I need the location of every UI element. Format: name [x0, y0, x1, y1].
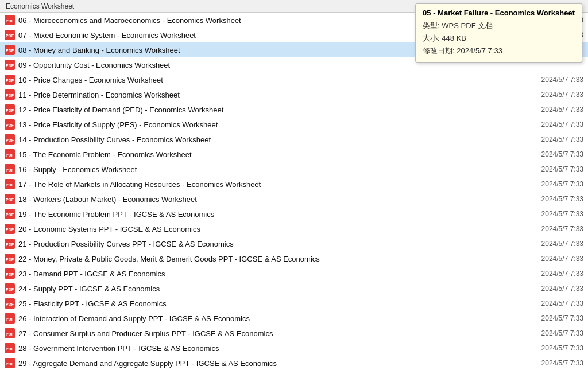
file-name: 28 - Government Intervention PPT - IGCSE… [18, 344, 520, 353]
tooltip-type: 类型: WPS PDF 文档 [423, 20, 575, 32]
file-name: 16 - Supply - Economics Worksheet [18, 165, 520, 174]
file-row[interactable]: PDF 10 - Price Changes - Economics Works… [0, 72, 588, 87]
pdf-icon: PDF [5, 119, 15, 130]
pdf-icon: PDF [5, 89, 15, 100]
file-name: 21 - Production Possibility Curves PPT -… [18, 240, 520, 248]
tooltip-size-label: 大小: [423, 34, 440, 42]
svg-text:PDF: PDF [6, 93, 14, 98]
file-name: 24 - Supply PPT - IGCSE & AS Economics [18, 285, 520, 293]
file-date: 2024/5/7 7:33 [520, 180, 583, 188]
pdf-icon: PDF [5, 358, 15, 368]
file-row[interactable]: PDF 21 - Production Possibility Curves P… [0, 236, 588, 251]
pdf-icon: PDF [5, 15, 15, 25]
file-name: 17 - The Role of Markets in Allocating R… [18, 180, 520, 189]
file-date: 2024/5/7 7:33 [520, 255, 583, 263]
tooltip-popup: 05 - Market Failure - Economics Workshee… [415, 3, 582, 63]
file-name: 26 - Interaction of Demand and Supply PP… [18, 314, 520, 323]
tooltip-date: 修改日期: 2024/5/7 7:33 [423, 45, 575, 57]
pdf-icon: PDF [5, 328, 15, 338]
tooltip-date-value: 2024/5/7 7:33 [457, 46, 502, 55]
svg-text:PDF: PDF [6, 332, 14, 336]
svg-text:PDF: PDF [6, 34, 14, 38]
file-row[interactable]: PDF 24 - Supply PPT - IGCSE & AS Economi… [0, 281, 588, 296]
pdf-icon: PDF [5, 313, 15, 324]
file-row[interactable]: PDF 13 - Price Elasticity of Supply (PES… [0, 117, 588, 132]
file-row[interactable]: PDF 22 - Money, Private & Public Goods, … [0, 251, 588, 266]
pdf-icon: PDF [5, 45, 15, 55]
svg-text:PDF: PDF [6, 362, 14, 366]
file-name: 11 - Price Determination - Economics Wor… [18, 91, 520, 99]
tooltip-type-label: 类型: [423, 21, 440, 30]
svg-text:PDF: PDF [6, 49, 14, 53]
file-date: 2024/5/7 7:33 [520, 91, 583, 99]
file-name: 19 - The Economic Problem PPT - IGCSE & … [18, 210, 520, 219]
file-date: 2024/5/7 7:33 [520, 329, 583, 337]
file-row[interactable]: PDF 27 - Consumer Surplus and Producer S… [0, 326, 588, 341]
file-name: 20 - Economic Systems PPT - IGCSE & AS E… [18, 225, 520, 233]
file-row[interactable]: PDF 19 - The Economic Problem PPT - IGCS… [0, 206, 588, 221]
file-row[interactable]: PDF 20 - Economic Systems PPT - IGCSE & … [0, 221, 588, 236]
file-date: 2024/5/7 7:33 [520, 106, 583, 114]
file-row[interactable]: PDF 18 - Workers (Labour Market) - Econo… [0, 192, 588, 206]
header-title: Economics Worksheet [6, 2, 74, 10]
pdf-icon: PDF [5, 283, 15, 294]
pdf-icon: PDF [5, 60, 15, 70]
file-date: 2024/5/7 7:33 [520, 225, 583, 233]
file-date: 2024/5/7 7:33 [520, 359, 583, 367]
svg-text:PDF: PDF [6, 19, 14, 23]
tooltip-size: 大小: 448 KB [423, 32, 575, 45]
svg-text:PDF: PDF [6, 168, 14, 172]
file-name: 13 - Price Elasticity of Supply (PES) - … [18, 120, 520, 129]
file-date: 2024/5/7 7:33 [520, 240, 583, 248]
file-row[interactable]: PDF 28 - Government Intervention PPT - I… [0, 341, 588, 356]
file-name: 10 - Price Changes - Economics Worksheet [18, 76, 520, 84]
pdf-icon: PDF [5, 134, 15, 145]
file-name: 23 - Demand PPT - IGCSE & AS Economics [18, 270, 520, 278]
file-name: 25 - Elasticity PPT - IGCSE & AS Economi… [18, 299, 520, 308]
file-row[interactable]: PDF 12 - Price Elasticity of Demand (PED… [0, 102, 588, 117]
file-row[interactable]: PDF 16 - Supply - Economics Worksheet202… [0, 162, 588, 177]
svg-text:PDF: PDF [6, 302, 14, 306]
file-row[interactable]: PDF 23 - Demand PPT - IGCSE & AS Economi… [0, 266, 588, 281]
svg-text:PDF: PDF [6, 317, 14, 321]
pdf-icon: PDF [5, 298, 15, 309]
file-row[interactable]: PDF 17 - The Role of Markets in Allocati… [0, 177, 588, 192]
svg-text:PDF: PDF [6, 108, 14, 112]
file-name: 14 - Production Possibility Curves - Eco… [18, 135, 520, 144]
tooltip-date-label: 修改日期: [423, 46, 455, 55]
svg-text:PDF: PDF [6, 213, 14, 217]
file-row[interactable]: PDF 25 - Elasticity PPT - IGCSE & AS Eco… [0, 296, 588, 311]
file-row[interactable]: PDF 29 - Aggregate Demand and Aggregate … [0, 356, 588, 371]
file-name: 29 - Aggregate Demand and Aggregate Supp… [18, 359, 520, 368]
pdf-icon: PDF [5, 343, 15, 353]
pdf-icon: PDF [5, 75, 15, 85]
svg-text:PDF: PDF [6, 183, 14, 187]
svg-text:PDF: PDF [6, 243, 14, 247]
tooltip-type-value: WPS PDF 文档 [442, 21, 493, 30]
file-date: 2024/5/7 7:33 [520, 76, 583, 84]
pdf-icon: PDF [5, 194, 15, 204]
file-date: 2024/5/7 7:33 [520, 135, 583, 143]
tooltip-title: 05 - Market Failure - Economics Workshee… [423, 9, 575, 17]
svg-text:PDF: PDF [6, 287, 14, 291]
svg-text:PDF: PDF [6, 198, 14, 202]
file-row[interactable]: PDF 26 - Interaction of Demand and Suppl… [0, 311, 588, 326]
svg-text:PDF: PDF [6, 79, 14, 83]
file-date: 2024/5/7 7:33 [520, 314, 583, 322]
pdf-icon: PDF [5, 104, 15, 115]
svg-text:PDF: PDF [6, 64, 14, 68]
file-name: 18 - Workers (Labour Market) - Economics… [18, 195, 520, 204]
file-date: 2024/5/7 7:33 [520, 285, 583, 293]
file-row[interactable]: PDF 14 - Production Possibility Curves -… [0, 132, 588, 147]
pdf-icon: PDF [5, 224, 15, 234]
pdf-icon: PDF [5, 239, 15, 249]
file-name: 15 - The Economic Problem - Economics Wo… [18, 150, 520, 159]
file-name: 27 - Consumer Surplus and Producer Surpl… [18, 329, 520, 338]
pdf-icon: PDF [5, 209, 15, 219]
pdf-icon: PDF [5, 268, 15, 279]
file-row[interactable]: PDF 11 - Price Determination - Economics… [0, 87, 588, 102]
svg-text:PDF: PDF [6, 347, 14, 351]
pdf-icon: PDF [5, 254, 15, 264]
file-list: PDF 06 - Microeconomics and Macroeconomi… [0, 13, 588, 371]
file-row[interactable]: PDF 15 - The Economic Problem - Economic… [0, 147, 588, 162]
